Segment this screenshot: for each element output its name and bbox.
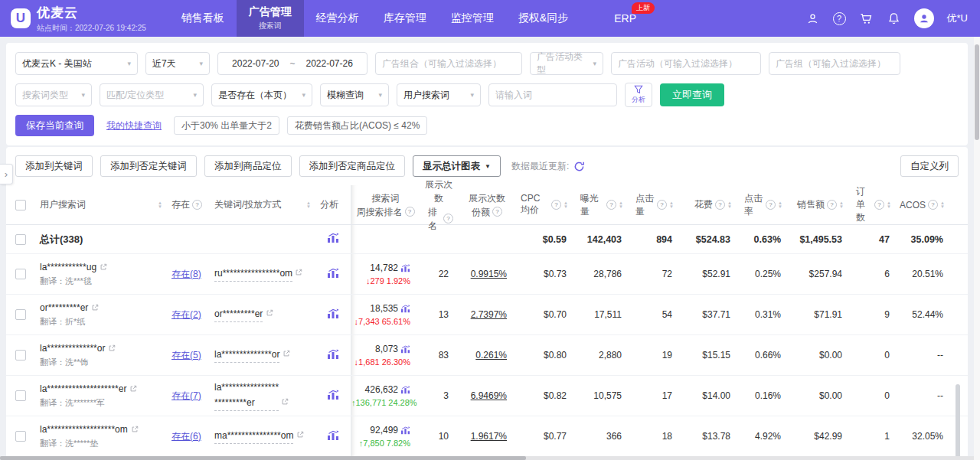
nav-business-analysis[interactable]: 经营分析 (304, 0, 371, 37)
fuzzy-select[interactable]: 模糊查询 ▾ (320, 83, 389, 106)
username[interactable]: 优*U (947, 11, 968, 25)
field-select[interactable]: 用户搜索词 ▾ (397, 83, 481, 106)
horizontal-scrollbar-thumb[interactable] (0, 456, 526, 460)
analyze-button[interactable]: 分析 (625, 83, 652, 107)
impression-share[interactable]: 2.7397% (471, 309, 507, 320)
nav-sales-dashboard[interactable]: 销售看板 (169, 0, 237, 37)
add-negative-keyword-button[interactable]: 添加到否定关键词 (100, 155, 197, 177)
external-link-icon[interactable] (108, 344, 116, 352)
word-input[interactable] (488, 83, 617, 106)
campaign-filter-input[interactable]: 广告活动（可输入过滤选择） (611, 52, 761, 75)
total-sales: $1,495.53 (790, 234, 851, 245)
row-checkbox[interactable] (15, 390, 26, 401)
page-scrollbar[interactable] (974, 37, 980, 460)
external-link-icon[interactable] (266, 309, 273, 317)
exists-link[interactable]: 存在(6) (172, 431, 201, 442)
avatar[interactable] (914, 8, 934, 28)
sort-icon[interactable]: ▲ ▼ (940, 201, 945, 209)
nav-ad-management[interactable]: 广告管理 搜索词 (237, 0, 304, 37)
keyword[interactable]: or*********er (214, 307, 263, 322)
external-link-icon[interactable] (131, 426, 139, 433)
nav-erp[interactable]: ERP 上新 (602, 0, 648, 37)
nav-auth-sync[interactable]: 授权&同步 (506, 0, 580, 37)
save-query-button[interactable]: 保存当前查询 (15, 115, 94, 136)
brand[interactable]: U 优麦云 站点时间：2022-07-26 19:42:25 (0, 0, 157, 37)
external-link-icon[interactable] (281, 398, 289, 406)
campaign-type-select[interactable]: 广告活动类型 ▾ (530, 52, 603, 75)
external-link-icon[interactable] (295, 269, 302, 276)
rank-chart-icon[interactable] (400, 386, 410, 394)
sort-icon[interactable]: ▲ ▼ (158, 201, 162, 209)
exists-link[interactable]: 存在(2) (172, 309, 201, 320)
impression-share[interactable]: 0.9915% (471, 269, 507, 279)
portfolio-filter-input[interactable]: 广告组合（可输入过滤选择） (375, 52, 522, 75)
analysis-chart-icon[interactable] (327, 233, 339, 243)
add-product-target-button[interactable]: 添加到商品定位 (204, 155, 292, 177)
refresh-icon[interactable] (573, 161, 585, 172)
quick-tag[interactable]: 小于30% 出单量大于2 (174, 116, 279, 135)
row-checkbox[interactable] (15, 350, 26, 360)
add-keyword-button[interactable]: 添加到关键词 (15, 155, 93, 177)
date-preset-select[interactable]: 近7天 ▾ (145, 52, 210, 75)
sort-icon[interactable]: ▲ ▼ (727, 201, 732, 209)
rank-chart-icon[interactable] (400, 426, 410, 435)
add-negative-product-target-button[interactable]: 添加到否定商品定位 (299, 155, 406, 177)
row-checkbox[interactable] (15, 234, 26, 245)
show-total-chart-button[interactable]: 显示总计图表 ▼ (413, 155, 501, 177)
quick-query-link[interactable]: 我的快捷查询 (106, 119, 162, 132)
adgroup-filter-input[interactable]: 广告组（可输入过滤选择） (769, 52, 900, 75)
analysis-chart-icon[interactable] (327, 349, 339, 360)
contact-icon[interactable] (805, 11, 820, 26)
external-link-icon[interactable] (91, 304, 99, 312)
horizontal-scrollbar[interactable] (0, 456, 974, 460)
external-link-icon[interactable] (100, 263, 107, 271)
row-checkbox[interactable] (15, 309, 26, 320)
impression-share[interactable]: 6.9469% (471, 390, 507, 401)
bell-icon[interactable] (887, 11, 901, 26)
keyword[interactable]: ma***************om (214, 429, 293, 444)
query-button[interactable]: 立即查询 (660, 83, 724, 106)
exists-link[interactable]: 存在(5) (172, 350, 201, 360)
impression-share[interactable]: 1.9617% (471, 431, 507, 442)
keyword[interactable]: la**************** *********er (214, 380, 279, 410)
sort-icon[interactable]: ▲ ▼ (669, 201, 674, 209)
exists-link[interactable]: 存在(8) (172, 269, 201, 279)
select-all-checkbox[interactable] (15, 200, 26, 210)
nav-monitoring[interactable]: 监控管理 (439, 0, 506, 37)
keyword[interactable]: la**************or (214, 347, 279, 363)
row-checkbox[interactable] (15, 269, 26, 279)
analysis-chart-icon[interactable] (327, 430, 339, 441)
external-link-icon[interactable] (129, 385, 137, 393)
rank-chart-icon[interactable] (400, 305, 410, 313)
sort-icon[interactable]: ▲ ▼ (306, 201, 311, 209)
term-type-select[interactable]: 搜索词类型 ▾ (15, 83, 92, 106)
exists-link[interactable]: 存在(7) (172, 390, 201, 401)
sort-icon[interactable]: ▲ ▼ (887, 201, 891, 209)
store-select[interactable]: 优麦云K - 美国站 ▾ (15, 52, 138, 75)
page-scrollbar-thumb[interactable] (975, 44, 979, 140)
rank-chart-icon[interactable] (400, 345, 410, 354)
row-checkbox[interactable] (15, 431, 26, 442)
date-range-picker[interactable]: 2022-07-20 ~ 2022-07-26 (217, 52, 368, 75)
keyword[interactable]: ru****************om (214, 266, 292, 282)
analysis-chart-icon[interactable] (327, 308, 339, 319)
customize-columns-button[interactable]: 自定义列 (900, 155, 959, 177)
sort-icon[interactable]: ▲ ▼ (839, 201, 844, 209)
cart-icon[interactable] (859, 11, 874, 26)
external-link-icon[interactable] (283, 350, 290, 357)
external-link-icon[interactable] (296, 431, 304, 439)
sort-icon[interactable]: ▲ ▼ (778, 201, 782, 209)
match-type-select[interactable]: 匹配/定位类型 ▾ (100, 83, 204, 106)
quick-tag[interactable]: 花费销售额占比(ACOS) ≤ 42% (287, 116, 427, 135)
analysis-chart-icon[interactable] (327, 268, 339, 279)
sort-icon[interactable]: ▲ ▼ (564, 201, 568, 209)
nav-inventory[interactable]: 库存管理 (371, 0, 439, 37)
table-scrollbar-thumb[interactable] (956, 384, 960, 460)
rank-chart-icon[interactable] (400, 264, 410, 272)
exist-select[interactable]: 是否存在（本页） ▾ (211, 83, 312, 106)
sort-icon[interactable]: ▲ ▼ (619, 201, 623, 209)
help-icon[interactable]: ? (833, 12, 846, 25)
panel-expander[interactable]: › (0, 164, 13, 184)
impression-share[interactable]: 0.261% (475, 350, 507, 360)
analysis-chart-icon[interactable] (327, 390, 339, 400)
